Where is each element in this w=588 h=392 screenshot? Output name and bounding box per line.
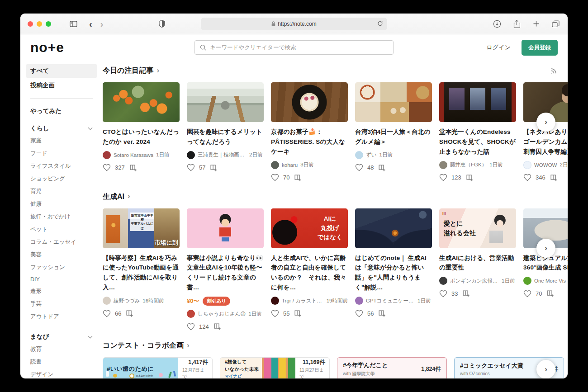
- login-button[interactable]: ログイン: [487, 43, 511, 52]
- minimize-window-button[interactable]: [37, 21, 42, 27]
- like-icon[interactable]: [523, 290, 531, 298]
- sidebar-item[interactable]: アウトドア: [26, 311, 97, 323]
- contest-banner[interactable]: #今年学んだこと with 國學院大學 1,824件: [337, 357, 447, 378]
- back-icon[interactable]: ‹: [89, 19, 92, 28]
- section-title[interactable]: 生成AI: [103, 192, 124, 202]
- sidebar-item[interactable]: ファッション: [26, 261, 97, 274]
- sidebar-item[interactable]: 造形: [26, 285, 97, 298]
- add-to-magazine-icon[interactable]: [378, 164, 386, 172]
- article-card[interactable]: 台湾3泊4日一人旅＜台北のグルメ編＞ ずい1日前 48: [355, 82, 432, 182]
- sidebar-item[interactable]: 家庭: [26, 135, 97, 147]
- article-title[interactable]: 園芸を趣味にするメリットってなんだろう: [187, 127, 264, 147]
- article-title[interactable]: 【時事考察】生成AIを巧みに使ったYouTube動画を通して、創作活動にAIを取…: [103, 253, 180, 293]
- close-window-button[interactable]: [28, 21, 33, 27]
- privacy-shield-icon[interactable]: [157, 19, 167, 29]
- sidebar-item[interactable]: 美容: [26, 249, 97, 261]
- sidebar-toggle-icon[interactable]: [68, 19, 78, 29]
- like-icon[interactable]: [271, 310, 279, 317]
- author-name[interactable]: ポンギンカン広報 まりあ: [450, 278, 499, 284]
- chevron-right-icon[interactable]: ›: [156, 66, 159, 75]
- author-name[interactable]: Sotaro Karasawa: [114, 152, 153, 158]
- article-card[interactable]: III 愛とに 溢れる会社 生成AIにおける、営業活動の重要性 ポンギンカン広報…: [439, 208, 516, 331]
- chevron-right-icon[interactable]: ›: [128, 192, 130, 201]
- article-card[interactable]: 360°画像 建築ビジュ 建築ビジュアル活用法⑱ 360°画像生成 Skybox…: [523, 208, 568, 331]
- author-name[interactable]: ずい: [366, 151, 377, 158]
- like-icon[interactable]: [523, 174, 531, 181]
- downloads-icon[interactable]: [492, 19, 502, 29]
- article-thumbnail[interactable]: [271, 82, 348, 122]
- article-title[interactable]: 事実は小説よりも奇なり👀 文章生成AIを10年後も軽〜くリードし続ける文章の書…: [187, 253, 264, 293]
- sidebar-group-yattemita[interactable]: やってみた: [26, 105, 97, 118]
- like-icon[interactable]: [439, 290, 447, 298]
- carousel-next-button[interactable]: ›: [536, 239, 555, 258]
- sidebar-item[interactable]: フード: [26, 147, 97, 160]
- article-card[interactable]: AIに 丸投げ ではなく 人と生成AIで、いかに高齢者の自立と自由を確保している…: [271, 208, 348, 331]
- author-name[interactable]: 綾野つづみ: [114, 298, 140, 304]
- add-to-magazine-icon[interactable]: [209, 164, 218, 172]
- like-icon[interactable]: [439, 174, 447, 181]
- add-to-magazine-icon[interactable]: [546, 289, 554, 298]
- author-name[interactable]: 藤井恵（FGK）: [450, 161, 487, 168]
- article-card[interactable]: 阪市立中山中学校 卒業アルバムには 市場に到 【時事考察】生成AIを巧みに使った…: [103, 208, 180, 331]
- sidebar-item[interactable]: DIY: [26, 274, 97, 285]
- note-logo[interactable]: no+e: [30, 40, 64, 55]
- author-name[interactable]: GPTコミュニケーター・…: [366, 298, 415, 304]
- sidebar-group-kurashi[interactable]: くらし: [26, 122, 97, 135]
- article-card[interactable]: はじめてのnote｜ 生成AIは「意味が分かると怖い話」を"人間よりもうまく"解…: [355, 208, 432, 331]
- contest-banner[interactable]: #いい歯のために 日本歯科医師会 1,417件 12月7日まで: [103, 357, 213, 378]
- sidebar-item[interactable]: 育児: [26, 185, 97, 198]
- author-name[interactable]: Trgr / カラストラガラ …: [282, 298, 324, 304]
- avatar[interactable]: [355, 297, 363, 305]
- section-title[interactable]: 今日の注目記事: [103, 66, 153, 76]
- address-bar[interactable]: https://note.com: [201, 18, 387, 30]
- article-thumbnail[interactable]: [103, 82, 180, 122]
- avatar[interactable]: [103, 297, 111, 305]
- sidebar-group-manabi[interactable]: まなび: [26, 331, 97, 343]
- avatar[interactable]: [187, 151, 195, 159]
- sidebar-item[interactable]: ライフスタイル: [26, 160, 97, 173]
- avatar[interactable]: [271, 161, 279, 169]
- add-to-magazine-icon[interactable]: [378, 309, 386, 317]
- author-name[interactable]: One More Vis: [534, 278, 566, 283]
- sidebar-item[interactable]: コラム・エッセイ: [26, 236, 97, 249]
- article-title[interactable]: 堂本光一くんのEndeless SHOCKを見て、SHOCKが止まらなかった話: [439, 127, 516, 157]
- article-title[interactable]: 京都のお菓子🍰：PÂTISSERIES. Sの大人なケーキ: [271, 127, 348, 157]
- article-title[interactable]: 生成AIにおける、営業活動の重要性: [439, 253, 516, 273]
- article-card[interactable]: CTOとはいったいなんだったのか ver. 2024 Sotaro Karasa…: [103, 82, 180, 182]
- author-name[interactable]: koharu: [282, 162, 298, 168]
- article-title[interactable]: 人と生成AIで、いかに高齢者の自立と自由を確保しているのか？ それは、我々に何を…: [271, 253, 348, 293]
- article-thumbnail[interactable]: [187, 82, 264, 122]
- article-thumbnail[interactable]: III 愛とに 溢れる会社: [439, 208, 516, 248]
- avatar[interactable]: [523, 161, 531, 169]
- like-icon[interactable]: [271, 174, 279, 181]
- author-name[interactable]: しちゃうおじさん😉: [198, 311, 246, 317]
- sidebar-item-contests[interactable]: 投稿企画: [26, 79, 97, 92]
- article-thumbnail[interactable]: 阪市立中山中学校 卒業アルバムには 市場に到: [103, 208, 180, 248]
- article-thumbnail[interactable]: [355, 208, 432, 248]
- sidebar-item[interactable]: 教育: [26, 343, 97, 356]
- sidebar-item[interactable]: ショッピング: [26, 173, 97, 185]
- like-icon[interactable]: [103, 164, 111, 171]
- article-thumbnail[interactable]: AIに 丸投げ ではなく: [271, 208, 348, 248]
- avatar[interactable]: [271, 297, 279, 305]
- author-name[interactable]: 三浦貴生｜植物画家／ペ…: [198, 151, 247, 158]
- article-card[interactable]: 京都のお菓子🍰：PÂTISSERIES. Sの大人なケーキ koharu3日前 …: [271, 82, 348, 182]
- article-title[interactable]: 台湾3泊4日一人旅＜台北のグルメ編＞: [355, 127, 432, 147]
- like-icon[interactable]: [187, 323, 195, 331]
- zoom-window-button[interactable]: [46, 21, 51, 27]
- like-icon[interactable]: [355, 310, 363, 317]
- chevron-right-icon[interactable]: ›: [187, 341, 190, 350]
- avatar[interactable]: [439, 161, 447, 169]
- add-to-magazine-icon[interactable]: [465, 174, 474, 182]
- article-card[interactable]: 【ネタバレあり・ドラマW ゴールデンカムイ 北海道刺青囚人争奪編】 WOWOW2…: [523, 82, 568, 182]
- add-to-magazine-icon[interactable]: [213, 322, 221, 331]
- carousel-next-button[interactable]: ›: [536, 360, 555, 378]
- article-title[interactable]: はじめてのnote｜ 生成AIは「意味が分かると怖い話」を"人間よりもうまく"解…: [355, 253, 432, 293]
- avatar[interactable]: [523, 277, 531, 285]
- article-thumbnail[interactable]: [187, 208, 264, 248]
- article-thumbnail[interactable]: [439, 82, 516, 122]
- like-icon[interactable]: [187, 164, 195, 171]
- add-to-magazine-icon[interactable]: [294, 309, 302, 317]
- author-name[interactable]: WOWOW: [534, 162, 557, 168]
- sidebar-item[interactable]: 旅行・おでかけ: [26, 211, 97, 223]
